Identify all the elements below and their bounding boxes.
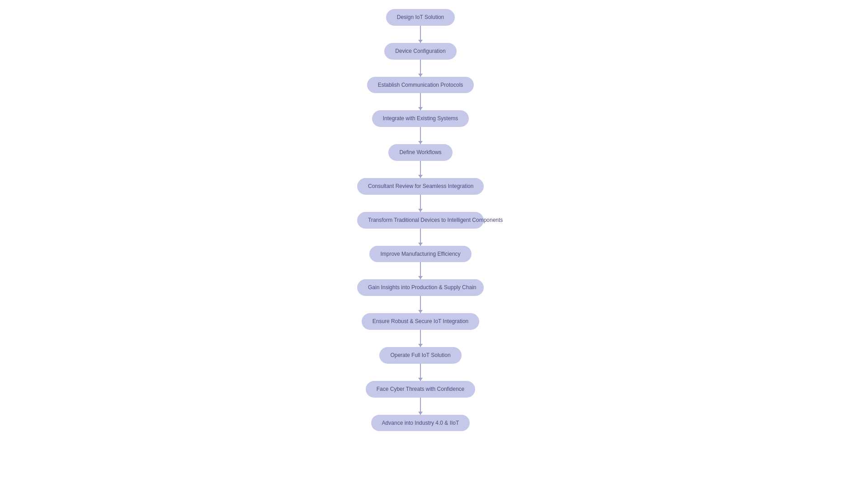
node-9: Gain Insights into Production & Supply C… bbox=[357, 279, 484, 296]
arrow-5 bbox=[420, 161, 421, 178]
node-3: Establish Communication Protocols bbox=[367, 77, 474, 94]
arrow-11 bbox=[420, 364, 421, 381]
node-10: Ensure Robust & Secure IoT Integration bbox=[362, 313, 480, 330]
arrow-8 bbox=[420, 262, 421, 279]
arrow-4 bbox=[420, 127, 421, 144]
node-2: Device Configuration bbox=[384, 43, 456, 60]
arrow-3 bbox=[420, 93, 421, 110]
arrow-7 bbox=[420, 229, 421, 246]
node-1: Design IoT Solution bbox=[386, 9, 455, 26]
arrow-9 bbox=[420, 296, 421, 313]
node-13: Advance into Industry 4.0 & IIoT bbox=[371, 415, 470, 432]
node-12: Face Cyber Threats with Confidence bbox=[366, 381, 476, 398]
node-7: Transform Traditional Devices to Intelli… bbox=[357, 212, 484, 229]
arrow-2 bbox=[420, 60, 421, 77]
node-11: Operate Full IoT Solution bbox=[379, 347, 461, 364]
node-6: Consultant Review for Seamless Integrati… bbox=[357, 178, 484, 195]
arrow-1 bbox=[420, 26, 421, 43]
node-8: Improve Manufacturing Efficiency bbox=[369, 246, 471, 263]
arrow-6 bbox=[420, 195, 421, 212]
arrow-10 bbox=[420, 330, 421, 347]
node-4: Integrate with Existing Systems bbox=[372, 110, 469, 127]
flowchart: Design IoT SolutionDevice ConfigurationE… bbox=[330, 0, 511, 449]
arrow-12 bbox=[420, 398, 421, 415]
node-5: Define Workflows bbox=[388, 144, 452, 161]
